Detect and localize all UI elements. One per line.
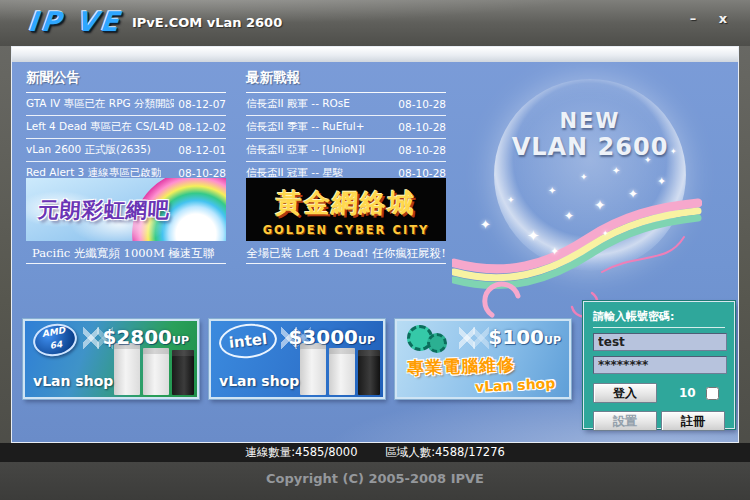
app-window: IP VE IPvE.COM vLan 2600 – x NEW VLAN 26… (0, 0, 750, 500)
username-input[interactable] (593, 333, 727, 351)
news-section: 新聞公告 GTA IV 專區已在 RPG 分類開設 08-12-07 Left … (26, 69, 226, 185)
connection-count: 連線數量:4585/8000 (245, 445, 357, 459)
golden-cyber-city-ad-banner[interactable]: 黃金網絡城 GOLDEN CYBER CITY (246, 178, 446, 241)
tower-graphic (114, 343, 140, 395)
promo-graphic: NEW VLAN 2600 ✦ ✦ ✦ ✦ ✦ ✦ ✦ ✦ ✦ ✦ ✦ ✦ ✦ (452, 57, 739, 337)
copyright-text: Copyright (C) 2005-2008 IPVE (266, 471, 484, 486)
window-title: IPvE.COM vLan 2600 (132, 15, 282, 30)
remember-checkbox[interactable] (706, 387, 719, 400)
battle-item-date: 08-10-28 (398, 98, 446, 110)
price-label: $2800UP (102, 325, 189, 349)
promo-line1: NEW (494, 109, 686, 133)
sparkle-icon: ✦ (612, 165, 620, 176)
news-item-text: vLan 2600 正式版(2635) (26, 143, 151, 157)
shop-banner-amd[interactable]: AMD 64 $2800UP vLan shop (23, 319, 199, 399)
minimize-button[interactable]: – (682, 10, 704, 28)
rainbow-cafe-ad-banner[interactable]: 元朗彩虹網吧 (26, 178, 226, 241)
rainbow-cafe-title: 元朗彩虹網吧 (37, 196, 171, 224)
region-count: 區域人數:4588/17276 (385, 445, 505, 459)
tower-graphic (329, 348, 355, 395)
battle-report-item[interactable]: 信長盃II 殿軍 -- ROsE 08-10-28 (246, 93, 446, 116)
gear-graphic (427, 333, 447, 353)
battle-item-text: 信長盃II 殿軍 -- ROsE (246, 97, 350, 111)
news-item-date: 08-12-01 (178, 144, 226, 156)
amd-logo: AMD 64 (31, 320, 80, 359)
settings-button[interactable]: 設置 (593, 411, 657, 431)
sparkle-icon: ✦ (507, 195, 515, 205)
login-button[interactable]: 登入 (593, 383, 657, 403)
repair-service-label: 專業電腦維修 (407, 353, 516, 380)
battle-report-title: 最新戰報 (246, 69, 446, 93)
sparkle-icon: ✦ (644, 155, 652, 165)
sparkle-icon: ✦ (564, 209, 574, 223)
sparkle-icon: ✦ (670, 147, 677, 156)
news-item-text: Left 4 Dead 專區已在 CS/L4D 分類開設 (26, 120, 174, 134)
news-item-date: 08-12-07 (178, 98, 226, 110)
login-prompt: 請輸入帳號密碼: (593, 309, 725, 328)
battle-item-date: 08-10-28 (398, 121, 446, 133)
battle-report-item[interactable]: 信長盃II 亞軍 -- [UnioN]I 08-10-28 (246, 139, 446, 162)
price-label: $100UP (488, 325, 561, 349)
sparkle-icon: ✦ (594, 197, 606, 213)
status-bar: 連線數量:4585/8000 區域人數:4588/17276 (0, 443, 750, 462)
computer-towers-graphic (114, 343, 194, 395)
news-item[interactable]: GTA IV 專區已在 RPG 分類開設 08-12-07 (26, 93, 226, 116)
sparkle-icon: ✦ (657, 175, 666, 188)
rainbow-cafe-caption[interactable]: Pacific 光纖寬頻 1000M 極速互聯 (26, 243, 226, 264)
shop-label: vLan shop (474, 375, 555, 395)
battle-report-item[interactable]: 信長盃II 季軍 -- RuEful+ 08-10-28 (246, 116, 446, 139)
news-item[interactable]: vLan 2600 正式版(2635) 08-12-01 (26, 139, 226, 162)
close-button[interactable]: x (712, 10, 734, 28)
news-item[interactable]: Left 4 Dead 專區已在 CS/L4D 分類開設 08-12-02 (26, 116, 226, 139)
battle-item-text: 信長盃II 季軍 -- RuEful+ (246, 120, 364, 134)
sparkle-icon: ✦ (480, 217, 491, 232)
register-button[interactable]: 註冊 (661, 411, 725, 431)
title-bar: IP VE IPvE.COM vLan 2600 – x (0, 0, 750, 46)
price-label: $3000UP (288, 325, 375, 349)
footer: Copyright (C) 2005-2008 IPVE (0, 462, 750, 500)
news-item-text: GTA IV 專區已在 RPG 分類開設 (26, 97, 174, 111)
golden-city-title: 黃金網絡城 (246, 186, 446, 221)
tower-graphic (143, 348, 169, 395)
tower-graphic (172, 350, 194, 395)
retry-count-label: 10 (679, 386, 696, 400)
password-input[interactable] (593, 356, 727, 374)
computer-towers-graphic (300, 343, 380, 395)
content-top-highlight (12, 47, 738, 62)
shop-banner-intel[interactable]: intel $3000UP vLan shop (209, 319, 385, 399)
login-row: 登入 10 (593, 383, 725, 403)
sparkle-icon: ✦ (580, 172, 588, 182)
battle-item-text: 信長盃II 亞軍 -- [UnioN]I (246, 143, 365, 157)
tower-graphic (358, 350, 380, 395)
gears-icon (407, 325, 457, 359)
golden-city-caption[interactable]: 全場已裝 Left 4 Dead! 任你瘋狂屍殺! (246, 243, 446, 264)
sparkle-icon: ✦ (550, 245, 559, 258)
news-item-date: 08-12-02 (178, 121, 226, 133)
shop-banner-repair[interactable]: $100UP 專業電腦維修 vLan shop (395, 319, 571, 399)
app-logo: IP VE (26, 6, 123, 37)
sparkle-icon: ✦ (628, 187, 638, 201)
shop-label: vLan shop (33, 373, 113, 389)
sparkle-icon: ✦ (602, 229, 609, 238)
tower-graphic (300, 343, 326, 395)
promo-text: NEW VLAN 2600 (494, 109, 686, 161)
battle-item-date: 08-10-28 (398, 144, 446, 156)
login-row2: 設置 註冊 (593, 411, 725, 431)
battle-report-section: 最新戰報 信長盃II 殿軍 -- ROsE 08-10-28 信長盃II 季軍 … (246, 69, 446, 185)
promo-line2: VLAN 2600 (494, 133, 686, 161)
sparkle-icon: ✦ (548, 185, 556, 196)
main-content: NEW VLAN 2600 ✦ ✦ ✦ ✦ ✦ ✦ ✦ ✦ ✦ ✦ ✦ ✦ ✦ (11, 46, 739, 443)
chevron-graphic (473, 323, 489, 353)
shop-label: vLan shop (219, 373, 299, 389)
intel-logo: intel (217, 321, 278, 361)
login-panel: 請輸入帳號密碼: 登入 10 設置 註冊 (583, 301, 735, 429)
news-title: 新聞公告 (26, 69, 226, 93)
golden-city-subtitle: GOLDEN CYBER CITY (246, 223, 446, 237)
sparkle-icon: ✦ (527, 227, 540, 245)
